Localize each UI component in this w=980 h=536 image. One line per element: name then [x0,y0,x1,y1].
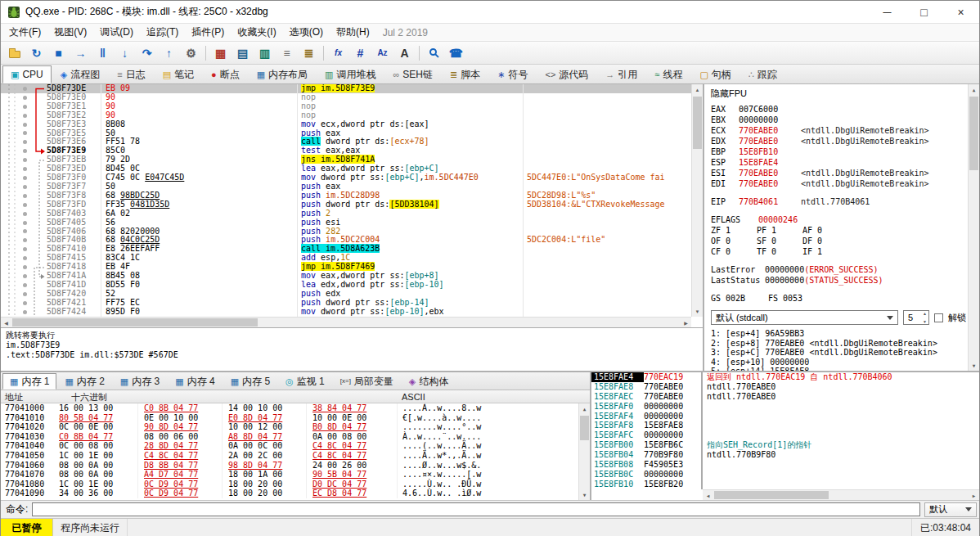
register-edi[interactable]: EDI770EABE0<ntdll.DbgUiRemoteBreakin> [711,178,966,189]
labels-button[interactable]: # [350,44,371,62]
breakpoint-dot[interactable] [23,194,27,198]
scroll-up-button[interactable] [579,403,590,414]
view-tab-script[interactable]: ≣脚本 [442,65,488,83]
bottom-tab-memory-4[interactable]: ▦内存 4 [168,373,222,390]
register-esp[interactable]: ESP15E8FAE4 [711,157,966,168]
dump-row[interactable]: 770410501C 00 1E 00C4 8C 04 772A 00 2C 0… [1,451,578,461]
view-tab-breakpoints[interactable]: ●断点 [203,65,248,83]
register-ecx[interactable]: ECX770EABE0<ntdll.DbgUiRemoteBreakin> [711,125,966,136]
memory-map-button[interactable]: ▤ [232,44,253,62]
dump-row[interactable]: 770410400C 00 08 0028 8D 04 770A 00 0C 0… [1,441,578,451]
dump-row[interactable]: 7704109034 00 36 000C D9 04 7718 00 20 0… [1,489,578,498]
disasm-row[interactable]: 5D8F741D8D55 F0lea edx,dword ptr ss:[ebp… [1,281,691,290]
register-ebp[interactable]: EBP15E8FB10 [711,146,966,157]
breakpoint-dot[interactable] [23,140,27,144]
scroll-track[interactable] [713,490,969,500]
step-over-button[interactable]: ↷ [137,44,157,62]
breakpoint-dot[interactable] [23,123,27,127]
view-tab-handles[interactable]: ▢句柄 [691,65,739,83]
close-button[interactable]: × [942,1,979,23]
flag-of[interactable]: OF0 [711,236,757,246]
menu-item[interactable]: 文件(F) [2,23,47,42]
register-edx[interactable]: EDX770EABE0<ntdll.DbgUiRemoteBreakin> [711,136,966,146]
disasm-row[interactable]: 5D8F7424895D F0mov dword ptr ss:[ebp-10]… [1,308,691,317]
register-ebx[interactable]: EBX00000000 [711,115,966,125]
bottom-tab-memory-2[interactable]: ▦内存 2 [57,373,111,390]
segment-fs[interactable]: FS0053 [768,293,825,304]
stack-row[interactable]: 15E8FAE8770EABE0ntdll.770EABE0 [591,382,979,392]
stack-row[interactable]: 15E8FAF400000000 [591,412,979,421]
disasm-row[interactable]: 5D8F73DEEB 09jmp im.5D8F73E9 [1,84,691,93]
register-eip[interactable]: EIP770B4061ntdll.770B4061 [711,196,966,207]
stack-row[interactable]: 15E8FB04770B9F80ntdll.770B9F80 [591,450,979,460]
register-eflags[interactable]: EFLAGS00000246 [711,214,966,225]
dump-row[interactable]: 7704101080 5B 04 770E 00 10 00E0 8D 04 7… [1,413,578,423]
dump-row[interactable]: 770410200C 00 0E 0090 8D 04 7710 00 12 0… [1,422,578,432]
scroll-thumb[interactable] [714,491,829,499]
scroll-thumb[interactable] [693,97,702,149]
breakpoint-dot[interactable] [23,149,27,153]
bottom-tab-memory-1[interactable]: ▦内存 1 [2,373,56,390]
script-button[interactable]: ≣ [299,44,319,62]
disasm-row[interactable]: 5D8F73F0C745 0C E047C45Dmov dword ptr ss… [1,173,691,182]
stack-arg[interactable]: 1:[esp+4]96A59BB3 [711,329,966,339]
font-button[interactable]: A [394,44,415,62]
scroll-track[interactable] [579,414,590,489]
dump-row[interactable]: 7704100016 00 13 00C0 8B 04 7714 00 10 0… [1,403,578,413]
view-tab-source[interactable]: <>源代码 [537,65,596,83]
command-mode-select[interactable]: 默认 [924,502,977,517]
view-tab-call-stack[interactable]: ▥调用堆栈 [317,65,384,83]
breakpoint-dot[interactable] [23,221,27,225]
stack-row[interactable]: 15E8FB1015E8FB20 [591,480,979,489]
dump-row[interactable]: 7704107008 00 0A 00A4 D7 04 7718 00 1A 0… [1,470,578,480]
register-laststatus[interactable]: LastStatus00000000(STATUS_SUCCESS) [711,275,966,286]
menu-item[interactable]: 选项(O) [283,23,330,42]
view-tab-log[interactable]: ≡日志 [109,65,153,83]
breakpoint-dot[interactable] [23,265,27,269]
stack-row[interactable]: 15E8FAF000000000 [591,402,979,412]
patches-button[interactable]: ▦ [210,44,231,62]
scroll-up-button[interactable] [969,84,979,95]
scroll-down-button[interactable] [969,360,979,371]
breakpoint-dot[interactable] [23,238,27,242]
scroll-right-button[interactable] [969,490,979,501]
calling-convention-select[interactable]: 默认 (stdcall) [711,310,898,325]
breakpoint-dot[interactable] [23,158,27,162]
register-eax[interactable]: EAX007C6000 [711,104,966,115]
stack-arg[interactable]: 4:[esp+10]00000000 [711,358,966,367]
flag-af[interactable]: AF0 [802,225,848,236]
breakpoint-dot[interactable] [23,229,27,233]
stack-arg[interactable]: 3:[esp+C]770EABE0<ntdll.DbgUiRemoteBreak… [711,348,966,358]
scroll-right-button[interactable] [681,318,691,328]
view-tab-threads[interactable]: ≈线程 [646,65,690,83]
bottom-tab-watch-1[interactable]: ◎监视 1 [278,373,332,390]
view-tab-memory-map[interactable]: ▦内存布局 [249,65,316,83]
case-button[interactable]: Az [372,44,393,62]
menu-item[interactable]: 收藏夹(I) [231,23,282,42]
breakpoint-dot[interactable] [23,87,27,91]
breakpoint-dot[interactable] [23,256,27,260]
stack-row[interactable]: 15E8FB0C00000000 [591,470,979,480]
disasm-vertical-scrollbar[interactable] [691,84,703,317]
dump-row[interactable]: 7704106008 00 0A 00D8 8B 04 7798 8D 04 7… [1,461,578,471]
disasm-row[interactable]: 5D8F73E190nop [1,102,691,111]
scroll-track[interactable] [692,95,703,306]
titlebar[interactable]: QQ.exe - PID: 268C - 模块: im.dll - 线程: 25… [1,1,979,24]
flag-if[interactable]: IF1 [802,246,848,257]
settings-button[interactable]: ⚙ [181,44,201,62]
breakpoint-dot[interactable] [23,283,27,287]
breakpoint-dot[interactable] [23,292,27,296]
bottom-tab-memory-3[interactable]: ▦内存 3 [113,373,167,390]
flag-tf[interactable]: TF0 [757,246,802,257]
scroll-thumb[interactable] [969,97,978,170]
breakpoint-dot[interactable] [23,301,27,305]
segment-gs[interactable]: GS002B [711,293,768,304]
view-tab-references[interactable]: →引用 [597,65,645,83]
flag-zf[interactable]: ZF1 [711,225,757,236]
bottom-tab-structs[interactable]: ◈结构体 [402,373,456,390]
scroll-down-button[interactable] [692,306,703,317]
stack-row[interactable]: 15E8FAEC770EABE0ntdll.770EABE0 [591,392,979,402]
scroll-left-button[interactable] [1,318,11,328]
menu-item[interactable]: 插件(P) [185,23,231,42]
stack-row[interactable]: 15E8FB08F45905E3 [591,460,979,470]
